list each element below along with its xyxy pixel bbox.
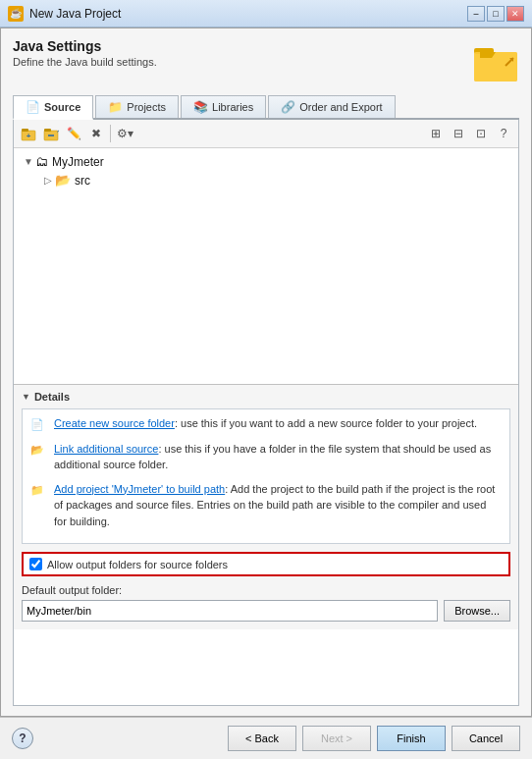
page-title: Java Settings [13,38,462,54]
detail-create-text: Create new source folder: use this if yo… [54,415,502,432]
page-subtitle: Define the Java build settings. [13,56,462,68]
details-section: ▼ Details 📄 Create new source folder: us… [14,384,518,629]
help-toolbar-button[interactable]: ? [493,123,514,144]
detail-item-link: 📂 Link additional source: use this if yo… [30,441,502,473]
add-source-folder-button[interactable]: + [18,123,39,144]
maximize-button[interactable]: □ [487,6,505,22]
toolbar: + ↗ ✏️ ✖ ⚙▾ ⊞ ⊟ ⊡ ? [14,120,518,148]
main-panel: + ↗ ✏️ ✖ ⚙▾ ⊞ ⊟ ⊡ ? [13,120,519,706]
allow-output-folders-label: Allow output folders for source folders [47,559,228,570]
svg-rect-10 [44,129,51,132]
next-button[interactable]: Next > [302,726,371,751]
output-folder-row: Browse... [22,600,510,622]
expand-all-button[interactable]: ⊞ [425,123,447,144]
tree-expander-src[interactable]: ▷ [41,175,55,186]
add-project-to-build-path-link[interactable]: Add project 'MyJmeter' to build path [54,483,225,495]
back-button[interactable]: < Back [228,726,296,751]
header-icon [472,38,519,85]
tab-projects[interactable]: 📁 Projects [95,95,179,118]
help-button[interactable]: ? [12,728,33,749]
libraries-tab-icon: 📚 [193,100,208,114]
window-body: Java Settings Define the Java build sett… [0,27,532,717]
header-text: Java Settings Define the Java build sett… [13,38,462,68]
tree-item-myjmeter[interactable]: ▼ 🗂 MyJmeter [18,152,514,171]
browse-button[interactable]: Browse... [444,600,510,622]
detail-link-text: Link additional source: use this if you … [54,441,502,473]
tab-source[interactable]: 📄 Source [13,95,93,120]
tree-expander-myjmeter[interactable]: ▼ [22,156,35,167]
window-title: New Java Project [29,7,467,21]
cancel-button[interactable]: Cancel [452,726,520,751]
folder-icon-large [472,38,519,85]
src-folder-icon: 📂 [55,173,71,188]
tabs-container: 📄 Source 📁 Projects 📚 Libraries 🔗 Order … [13,95,519,120]
details-header-label: Details [34,391,70,403]
window-controls: – □ ✕ [467,6,524,22]
close-button[interactable]: ✕ [506,6,524,22]
projects-tab-label: Projects [127,101,166,113]
allow-output-folders-row: Allow output folders for source folders [22,552,510,576]
titlebar: ☕ New Java Project – □ ✕ [0,0,532,27]
order-tab-icon: 🔗 [281,100,295,114]
toolbar-separator [110,125,111,142]
project-icon: 🗂 [35,154,48,169]
bottom-bar: ? < Back Next > Finish Cancel [0,717,532,759]
libraries-tab-label: Libraries [212,101,253,113]
svg-text:+: + [27,132,31,140]
details-content: 📄 Create new source folder: use this if … [22,408,510,544]
detail-add-project-icon: 📁 [30,482,48,499]
create-source-folder-link[interactable]: Create new source folder [54,417,175,429]
finish-button[interactable]: Finish [377,726,446,751]
tab-order[interactable]: 🔗 Order and Export [268,95,395,118]
detail-create-icon: 📄 [30,416,48,433]
minimize-button[interactable]: – [467,6,485,22]
svg-text:↗: ↗ [56,126,59,135]
projects-tab-icon: 📁 [108,100,123,114]
output-folder-section: Default output folder: Browse... [22,584,510,622]
link-additional-source-link[interactable]: Link additional source [54,443,158,455]
tree-area[interactable]: ▼ 🗂 MyJmeter ▷ 📂 src [14,148,518,384]
tab-libraries[interactable]: 📚 Libraries [181,95,266,118]
allow-output-folders-checkbox[interactable] [29,558,42,570]
toolbar-right: ⊞ ⊟ ⊡ ? [425,123,514,144]
order-tab-label: Order and Export [299,101,382,113]
source-tab-label: Source [44,101,80,113]
remove-button[interactable]: ✖ [85,123,107,144]
detail-add-project-text: Add project 'MyJmeter' to build path: Ad… [54,481,502,530]
tree-item-src[interactable]: ▷ 📂 src [18,171,514,190]
edit-button[interactable]: ✏️ [63,123,84,144]
bottom-buttons: < Back Next > Finish Cancel [228,726,520,751]
dropdown-button[interactable]: ⚙▾ [114,123,135,144]
detail-item-create: 📄 Create new source folder: use this if … [30,415,502,433]
add-folder-icon: + [21,126,36,141]
output-folder-input[interactable] [22,600,438,622]
header-section: Java Settings Define the Java build sett… [13,38,519,85]
link-icon: ↗ [43,126,59,141]
window-icon: ☕ [8,6,24,22]
tree-label-src: src [75,174,90,188]
detail-link-icon: 📂 [30,442,48,459]
source-tab-icon: 📄 [26,100,40,114]
link-source-button[interactable]: ↗ [40,123,62,144]
detail-item-add-project: 📁 Add project 'MyJmeter' to build path: … [30,481,502,530]
tree-label-myjmeter: MyJmeter [52,155,104,169]
details-collapse-icon: ▼ [22,392,30,402]
collapse-all-button[interactable]: ⊟ [448,123,469,144]
output-folder-label: Default output folder: [22,584,510,596]
details-header[interactable]: ▼ Details [22,391,510,403]
select-all-button[interactable]: ⊡ [470,123,492,144]
